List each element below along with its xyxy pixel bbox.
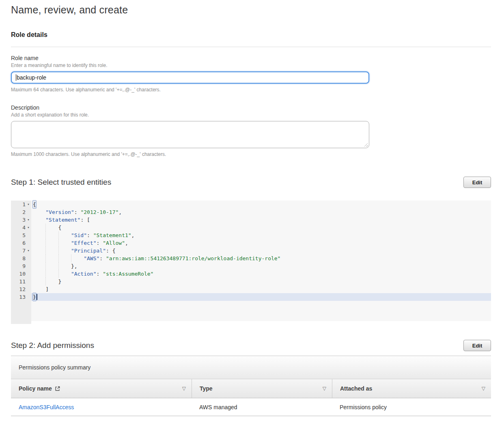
code-token-punc: { bbox=[58, 224, 62, 231]
code-token-punc: } bbox=[58, 278, 62, 285]
indent-guide bbox=[58, 247, 71, 255]
column-filter-icon[interactable]: ▽ bbox=[323, 386, 326, 391]
column-filter-icon[interactable]: ▽ bbox=[482, 386, 485, 391]
indent-guide bbox=[45, 255, 58, 262]
panel-title: Permissions policy summary bbox=[11, 356, 491, 379]
code-token-key: "AWS" bbox=[84, 255, 99, 262]
editor-line[interactable]: 2"Version": "2012-10-17", bbox=[11, 208, 491, 216]
step1-edit-button[interactable]: Edit bbox=[463, 177, 491, 188]
role-name-field: Role name Enter a meaningful name to ide… bbox=[11, 55, 491, 93]
editor-line[interactable]: 9}, bbox=[11, 262, 491, 270]
indent-space bbox=[33, 285, 45, 293]
code-token-punc: { bbox=[33, 201, 36, 208]
attached-as-cell: Permissions policy bbox=[332, 398, 491, 416]
policy-table-header: Policy name▽Type▽Attached as▽ bbox=[11, 379, 491, 398]
indent-guide bbox=[58, 270, 71, 278]
indent-space bbox=[33, 231, 45, 239]
fold-toggle-icon[interactable]: ▾ bbox=[26, 247, 31, 255]
line-number: 8 bbox=[11, 255, 31, 262]
line-number: 4▾ bbox=[11, 224, 31, 231]
editor-line[interactable]: 8"AWS": "arn:aws:iam::541263489771:role/… bbox=[11, 255, 491, 262]
trust-policy-editor[interactable]: 1▾{2"Version": "2012-10-17",3▾"Statement… bbox=[11, 201, 491, 321]
indent-guide bbox=[45, 247, 58, 255]
column-label: Type bbox=[200, 385, 213, 392]
indent-space bbox=[33, 247, 45, 255]
column-label: Attached as bbox=[340, 385, 372, 392]
description-field: Description Add a short explanation for … bbox=[11, 104, 491, 157]
code-token-punc: } bbox=[33, 293, 36, 301]
line-number: 11 bbox=[11, 278, 31, 285]
indent-guide bbox=[71, 255, 84, 262]
indent-space bbox=[33, 208, 45, 216]
code-token-key: "Sid" bbox=[71, 231, 87, 239]
code-token-str: "2012-10-17" bbox=[80, 208, 118, 216]
description-label: Description bbox=[11, 104, 491, 111]
line-number: 9 bbox=[11, 262, 31, 270]
line-number: 13 bbox=[11, 293, 31, 301]
editor-line[interactable]: 11} bbox=[11, 278, 491, 285]
code-token-punc: : { bbox=[106, 247, 115, 255]
code-token-punc: ] bbox=[45, 285, 49, 293]
column-filter-icon[interactable]: ▽ bbox=[182, 386, 186, 391]
role-details-heading: Role details bbox=[11, 31, 491, 39]
indent-space bbox=[33, 224, 45, 231]
indent-guide bbox=[45, 278, 58, 285]
code-token-punc: , bbox=[125, 239, 128, 247]
resize-handle-icon[interactable] bbox=[364, 142, 368, 147]
code-token-punc: : [ bbox=[80, 216, 90, 224]
fold-toggle-icon[interactable]: ▾ bbox=[26, 216, 31, 224]
fold-toggle-icon[interactable]: ▾ bbox=[26, 201, 31, 208]
code-token-punc: : bbox=[99, 255, 106, 262]
name-review-create-page: Name, review, and create Role details Ro… bbox=[0, 0, 504, 421]
editor-line[interactable]: 13} bbox=[11, 293, 491, 301]
description-textarea[interactable] bbox=[11, 121, 369, 148]
code-token-key: "Statement" bbox=[45, 216, 80, 224]
policy-name-link[interactable]: AmazonS3FullAccess bbox=[19, 404, 74, 410]
code-token-str: "Allow" bbox=[103, 239, 125, 247]
editor-line[interactable]: 7▾"Principal": { bbox=[11, 247, 491, 255]
line-number: 12 bbox=[11, 285, 31, 293]
external-link-icon bbox=[55, 386, 60, 391]
permissions-summary-panel: Permissions policy summary Policy name▽T… bbox=[11, 356, 491, 416]
fold-toggle-icon[interactable]: ▾ bbox=[26, 224, 31, 231]
section-divider bbox=[11, 47, 491, 47]
indent-space bbox=[33, 278, 45, 285]
editor-line[interactable]: 10"Action": "sts:AssumeRole" bbox=[11, 270, 491, 278]
indent-space bbox=[33, 239, 45, 247]
code-token-key: "Effect" bbox=[71, 239, 97, 247]
line-number: 6 bbox=[11, 239, 31, 247]
code-token-key: "Principal" bbox=[71, 247, 106, 255]
policy-type-cell: AWS managed bbox=[192, 398, 332, 416]
indent-space bbox=[33, 255, 45, 262]
editor-line[interactable]: 6"Effect": "Allow", bbox=[11, 239, 491, 247]
indent-guide bbox=[58, 255, 71, 262]
code-token-punc: : bbox=[97, 239, 103, 247]
table-row: AmazonS3FullAccessAWS managedPermissions… bbox=[11, 398, 491, 416]
editor-line[interactable]: 5"Sid": "Statement1", bbox=[11, 231, 491, 239]
code-token-key: "Version" bbox=[45, 208, 74, 216]
code-token-punc: , bbox=[131, 231, 135, 239]
step2-header: Step 2: Add permissions Edit bbox=[11, 340, 491, 351]
role-name-label: Role name bbox=[11, 55, 491, 61]
indent-guide bbox=[58, 231, 71, 239]
code-token-punc: , bbox=[118, 208, 122, 216]
line-number: 5 bbox=[11, 231, 31, 239]
line-number: 3▾ bbox=[11, 216, 31, 224]
editor-caret bbox=[37, 294, 37, 300]
indent-guide bbox=[58, 262, 71, 270]
editor-line[interactable]: 3▾"Statement": [ bbox=[11, 216, 491, 224]
editor-line[interactable]: 1▾{ bbox=[11, 201, 491, 208]
policy-name-cell: AmazonS3FullAccess bbox=[11, 398, 192, 416]
editor-line[interactable]: 12] bbox=[11, 285, 491, 293]
editor-line[interactable]: 4▾{ bbox=[11, 224, 491, 231]
role-name-help: Enter a meaningful name to identify this… bbox=[11, 63, 491, 68]
column-header-attached-as: Attached as▽ bbox=[332, 379, 491, 398]
editor-empty-area[interactable] bbox=[11, 301, 491, 324]
step2-edit-button[interactable]: Edit bbox=[463, 340, 491, 351]
line-number: 1▾ bbox=[11, 201, 31, 208]
role-name-input[interactable]: backup-role bbox=[11, 71, 369, 84]
indent-guide bbox=[45, 239, 58, 247]
line-number: 7▾ bbox=[11, 247, 31, 255]
step1-heading: Step 1: Select trusted entities bbox=[11, 178, 111, 187]
indent-space bbox=[33, 270, 45, 278]
